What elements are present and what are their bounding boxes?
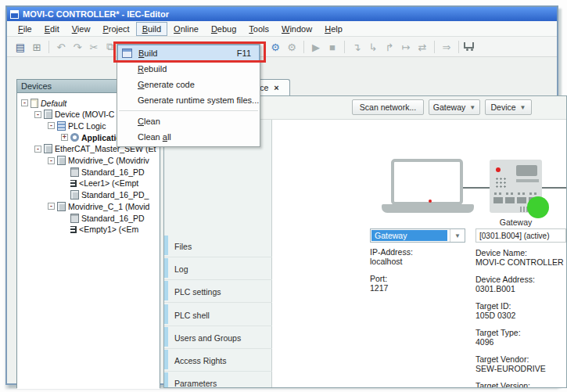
device-select[interactable]: [0301.B004] (active) (475, 228, 566, 243)
laptop-led-icon (429, 200, 432, 203)
menu-help[interactable]: Help (318, 22, 349, 36)
menu-file[interactable]: File (12, 22, 38, 36)
toolbar-separator (48, 41, 49, 53)
toolbar-left-group: ▤⊞↶↷✂⧉ (13, 37, 117, 57)
tree-item-label: PLC Logic (68, 121, 106, 131)
menu-tools[interactable]: Tools (242, 22, 275, 36)
nav-item-users-and-groups[interactable]: Users and Groups (164, 326, 272, 349)
tree-item[interactable]: <Leer1> (<Empt (61, 178, 138, 189)
expand-icon[interactable]: + (61, 134, 68, 141)
forward-icon[interactable]: ⇒ (440, 41, 454, 53)
build-menu-item-generate-code[interactable]: Generate code (117, 77, 260, 92)
menu-online[interactable]: Online (167, 22, 205, 36)
tree-item[interactable]: Standard_16_PD_ (61, 189, 149, 201)
menu-separator (119, 110, 258, 111)
menu-build[interactable]: Build (136, 22, 167, 36)
step-into-icon[interactable]: ↳ (366, 41, 380, 53)
nav-item-files[interactable]: Files (164, 235, 272, 257)
undo-icon[interactable]: ↶ (54, 41, 68, 53)
tree-item[interactable]: -Movidrive_C (Movidriv (48, 155, 149, 167)
field-value: 0301.B001 (475, 284, 567, 293)
info-field: Target Version:3.5.7.0 (475, 381, 567, 388)
gateway-online-status-icon (527, 196, 549, 218)
chevron-down-icon: ▼ (520, 104, 526, 111)
app-icon (70, 133, 79, 142)
collapse-icon[interactable]: - (48, 203, 55, 210)
field-label: IP-Address: (370, 247, 464, 257)
device-icon (57, 156, 66, 165)
menu-debug[interactable]: Debug (205, 22, 242, 36)
run-to-cursor-icon[interactable]: ↦ (399, 41, 413, 53)
reset-icon[interactable]: ⇄ (415, 41, 429, 53)
build-menu-item-rebuild[interactable]: Rebuild (117, 61, 260, 77)
collapse-icon[interactable]: - (34, 146, 41, 153)
device-button[interactable]: Device▼ (485, 99, 532, 115)
save-icon[interactable]: ▤ (13, 41, 27, 53)
gateway-select[interactable]: Gateway ▼ (370, 228, 465, 243)
cart-icon[interactable] (464, 42, 474, 49)
window-title: MOVI-C CONTROLLER* - IEC-Editor (23, 9, 169, 19)
tree-item-label: Standard_16_PD (81, 214, 145, 223)
scan-network-button[interactable]: Scan network... (352, 99, 424, 115)
toolbar-separator (434, 41, 435, 53)
tree-item-label: <Empty1> (<Em (79, 225, 138, 234)
menu-window[interactable]: Window (275, 22, 318, 36)
tree-item[interactable]: -Movidrive_C_1 (Movid (48, 200, 149, 212)
menu-view[interactable]: View (66, 22, 97, 36)
login-gear-icon[interactable]: ⚙ (268, 41, 282, 53)
collapse-icon[interactable]: - (34, 111, 41, 118)
gateway-led-icon (496, 167, 501, 172)
nav-item-plc-settings[interactable]: PLC settings (164, 280, 272, 303)
field-value: 1217 (370, 283, 464, 293)
plug-icon (70, 180, 77, 187)
device-info: Device Name:MOVI-C CONTROLLERDevice Addr… (475, 248, 567, 388)
device-icon (44, 110, 52, 119)
device-icon (70, 190, 79, 200)
nav-item-access-rights[interactable]: Access Rights (164, 349, 272, 372)
play-icon[interactable]: ▶ (309, 41, 323, 53)
field-label: Target Vendor: (475, 354, 567, 364)
info-field: Port:1217 (370, 274, 464, 293)
tree-item-label: Movidrive_C (Movidriv (68, 156, 149, 165)
device-editor-nav: FilesLogPLC settingsPLC shellUsers and G… (164, 120, 272, 387)
tree-item[interactable]: -Default (21, 97, 66, 109)
info-field: Device Name:MOVI-C CONTROLLER (475, 248, 567, 267)
print-icon[interactable]: ⊞ (30, 41, 44, 53)
field-label: Target ID: (475, 301, 567, 311)
logout-gear-icon[interactable]: ⚙ (285, 41, 299, 53)
tree-item[interactable]: Standard_16_PD (61, 212, 145, 224)
nav-item-parameters[interactable]: Parameters (164, 372, 272, 388)
tree-item[interactable]: -Device (MOVI-C CO (34, 109, 129, 120)
nav-item-log[interactable]: Log (164, 257, 272, 280)
tree-item[interactable]: Standard_16_PD (61, 166, 145, 178)
gateway-info: IP-Address:localhostPort:1217 (370, 247, 464, 300)
stop-icon[interactable]: ■ (325, 41, 339, 53)
toolbar-separator (344, 41, 345, 53)
tree-item-label: Standard_16_PD_ (81, 190, 149, 200)
step-out-icon[interactable]: ↱ (382, 41, 397, 53)
redo-icon[interactable]: ↷ (70, 41, 84, 53)
collapse-icon[interactable]: - (48, 122, 55, 129)
build-menu-item-clean-all[interactable]: Clean all (117, 129, 260, 145)
gateway-select-value: Gateway (371, 230, 447, 241)
tree-item[interactable]: -PLC Logic (48, 120, 106, 131)
gateway-button[interactable]: Gateway▼ (429, 99, 480, 115)
chevron-down-icon[interactable]: ▼ (450, 229, 465, 242)
build-menu-item-generate-runtime-system-files[interactable]: Generate runtime system files... (117, 92, 260, 108)
tree-item-label: Default (41, 99, 66, 108)
cut-icon[interactable]: ✂ (87, 41, 101, 53)
build-menu-item-clean[interactable]: Clean (117, 113, 260, 129)
screenshot-root: MOVI-C CONTROLLER* - IEC-Editor FileEdit… (0, 0, 567, 392)
menu-project[interactable]: Project (96, 22, 135, 36)
toolbar-separator (458, 41, 459, 53)
step-over-icon[interactable]: ↴ (350, 41, 364, 53)
collapse-icon[interactable]: - (48, 157, 55, 164)
info-field: Target ID:105D 0302 (475, 301, 567, 320)
field-label: Port: (370, 274, 464, 283)
collapse-icon[interactable]: - (21, 99, 28, 106)
nav-item-plc-shell[interactable]: PLC shell (164, 304, 272, 326)
app-window: MOVI-C CONTROLLER* - IEC-Editor FileEdit… (5, 5, 558, 385)
menu-edit[interactable]: Edit (38, 22, 66, 36)
tree-item[interactable]: <Empty1> (<Em (61, 224, 138, 236)
tab-close-icon[interactable]: × (274, 83, 278, 92)
